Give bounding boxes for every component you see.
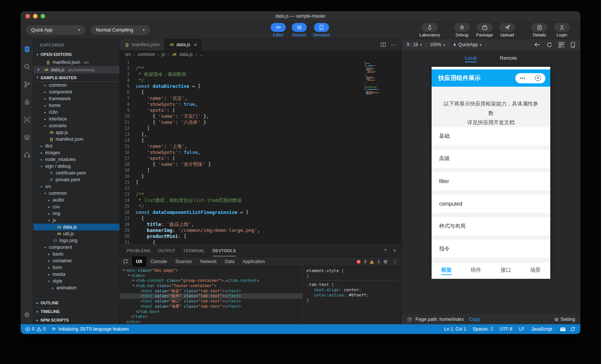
dom-tree-node[interactable]: ▼<tabs> [120, 273, 302, 278]
device-preview-icon[interactable] [571, 42, 575, 48]
expand-arrow-icon[interactable]: ▼ [131, 283, 136, 289]
tree-item-form[interactable]: ▸form [33, 264, 119, 271]
close-app-icon[interactable]: × [535, 75, 541, 81]
copy-path-link[interactable]: Copy [469, 317, 480, 322]
support-icon[interactable] [23, 151, 31, 159]
dom-tree-node[interactable]: <text value="框架" class="tab-text"></text… [120, 289, 302, 294]
mail-icon[interactable] [560, 327, 566, 331]
devtools-tab-ux[interactable]: UX [132, 257, 146, 266]
tree-item-framework[interactable]: ▸framework [33, 95, 119, 102]
open-editor-data[interactable]: × JS data.js src/common/js [33, 66, 119, 74]
list-item-基础[interactable]: 基础 [432, 127, 550, 145]
list-item-filter[interactable]: filter [432, 172, 550, 190]
source-control-icon[interactable] [23, 80, 31, 89]
devtools-tab-sources[interactable]: Sources [171, 257, 196, 266]
open-editors-header[interactable]: ▾ OPEN EDITORS [33, 50, 119, 59]
kebab-menu-icon[interactable]: ⋮ [393, 259, 397, 265]
project-section-header[interactable]: ▾ SAMPLE-MASTER [33, 74, 119, 82]
device-dropdown[interactable]: QuickApp ▾ [453, 42, 482, 47]
tree-item-home[interactable]: ▸home [33, 102, 119, 109]
tree-item-css[interactable]: ▸css [33, 203, 119, 210]
close-icon[interactable]: × [37, 67, 42, 72]
dom-tree-node[interactable]: ▼<div class="doc-page"> [120, 268, 302, 273]
maximize-window-button[interactable] [41, 14, 45, 18]
laboratory-button[interactable]: Laboratory [419, 23, 441, 37]
dom-tree-node[interactable]: </div> [120, 319, 302, 324]
panel-tab-problems[interactable]: PROBLEMS [127, 245, 151, 256]
status-item[interactable]: Spaces: 2 [473, 326, 493, 332]
bug-icon[interactable] [23, 98, 31, 106]
dom-tree-node[interactable]: <text value="场景" class="tab-text"></text… [120, 304, 302, 309]
expand-arrow-icon[interactable]: ▼ [121, 268, 126, 273]
tree-item-interface[interactable]: ▸interface [33, 116, 119, 122]
tree-item-images[interactable]: ▸images [33, 149, 119, 156]
timeline-section-header[interactable]: ▸ TIMELINE [33, 307, 119, 316]
status-item[interactable]: UTF-8 [500, 326, 512, 332]
dom-tree-node[interactable]: ▼<tab-bar class="footer-container"> [120, 283, 302, 289]
devtools-tab-data[interactable]: Data [221, 257, 239, 266]
search-icon[interactable] [23, 63, 31, 71]
qr-code-icon[interactable] [559, 42, 564, 48]
refresh-icon[interactable] [547, 42, 552, 48]
tree-item-style[interactable]: ▾style [33, 278, 119, 284]
explorer-icon[interactable] [23, 45, 31, 53]
back-arrow-icon[interactable] [534, 42, 540, 47]
zoom-dropdown[interactable]: 100% ▾ [430, 42, 445, 47]
tree-item-util.js[interactable]: JSutil.js [33, 230, 119, 237]
code-editor[interactable]: 12/**3 * 框架指令，基础数据4 */5const dataDirecti… [120, 59, 401, 245]
list-item-高级[interactable]: 高级 [432, 150, 550, 168]
list-item-computed[interactable]: computed [432, 195, 550, 213]
status-item[interactable]: LF [519, 326, 524, 332]
breadcrumb[interactable]: src› common› js› JS data.js› … [120, 50, 401, 59]
tree-item-container[interactable]: ▸container [33, 257, 119, 264]
expand-arrow-icon[interactable]: ▶ [131, 278, 136, 283]
upload-button[interactable]: Upload [496, 23, 518, 37]
tree-item-node-modules[interactable]: ▸node_modules [33, 156, 119, 163]
status-item[interactable]: Ln 1, Col 1 [444, 326, 466, 332]
aspect-ratio-dropdown[interactable]: 9 : 16 ▾ [407, 42, 422, 47]
manage-gear-icon[interactable]: ⚙ [23, 311, 31, 319]
dom-tree-node[interactable]: <text value="接口" class="tab-text"></text… [120, 299, 302, 304]
details-button[interactable]: Details [529, 23, 550, 37]
tree-item-certificate.pem[interactable]: certificate.pem [33, 170, 119, 176]
tab-data-js[interactable]: JS data.js × [165, 39, 202, 50]
list-item-指令[interactable]: 指令 [432, 240, 550, 258]
tree-item-animation[interactable]: ▸animation [33, 284, 119, 291]
inspect-element-icon[interactable] [120, 257, 132, 266]
split-editor-icon[interactable] [381, 42, 386, 47]
tree-item-dist[interactable]: ▸dist [33, 143, 119, 149]
tree-item-media[interactable]: ▸media [33, 271, 119, 278]
tree-item-src[interactable]: ▾src [33, 183, 119, 190]
collapse-icon[interactable]: ^ [407, 317, 412, 322]
tree-item-data.js[interactable]: JSdata.js [33, 224, 119, 230]
phone-tab-场景[interactable]: 场景 [521, 263, 550, 279]
close-tab-icon[interactable]: × [194, 42, 197, 48]
dom-tree-node[interactable]: </tab-bar> [120, 309, 302, 314]
tree-item-logo.png[interactable]: logo.png [33, 237, 119, 244]
devtools-tab-application[interactable]: Application [239, 257, 269, 266]
tree-item-manifest.json[interactable]: {}manifest.json [33, 136, 119, 143]
open-editor-manifest[interactable]: {} manifest.json src [33, 59, 119, 66]
tab-manifest-json[interactable]: {} manifest.json [120, 39, 165, 50]
tree-item-i18n[interactable]: ▸i18n [33, 109, 119, 116]
simulator-tab-remote[interactable]: Remote [500, 55, 517, 62]
tree-item-img[interactable]: ▸img [33, 210, 119, 217]
feedback-bell-icon[interactable] [570, 327, 575, 332]
panel-tab-terminal[interactable]: TERMINAL [183, 245, 205, 256]
tree-item-private.pem[interactable]: private.pem [33, 176, 119, 183]
compile-mode-dropdown[interactable]: Normal Compiling ▾ [91, 25, 150, 35]
tree-item-js[interactable]: ▾js [33, 217, 119, 224]
tree-item-basic[interactable]: ▸basic [33, 251, 119, 257]
devtools-settings-gear-icon[interactable]: ⚙ [383, 259, 388, 265]
devtools-tab-console[interactable]: Console [146, 257, 171, 266]
tree-item-common[interactable]: ▸common [33, 82, 119, 89]
problems-status[interactable]: 0 0 [25, 326, 45, 332]
tree-item-audio[interactable]: ▸audio [33, 197, 119, 203]
tree-item-scenario[interactable]: ▸scenario [33, 122, 119, 129]
setting-button[interactable]: ⚙ Setting [554, 317, 575, 322]
simulator-tab-local[interactable]: Local [465, 55, 477, 62]
outline-section-header[interactable]: ▸ OUTLINE [33, 298, 119, 307]
phone-tab-框架[interactable]: 框架 [432, 263, 461, 279]
status-item[interactable]: JavaScript [531, 326, 552, 332]
npm-scripts-section-header[interactable]: ▸ NPM SCRIPTS [33, 316, 119, 324]
